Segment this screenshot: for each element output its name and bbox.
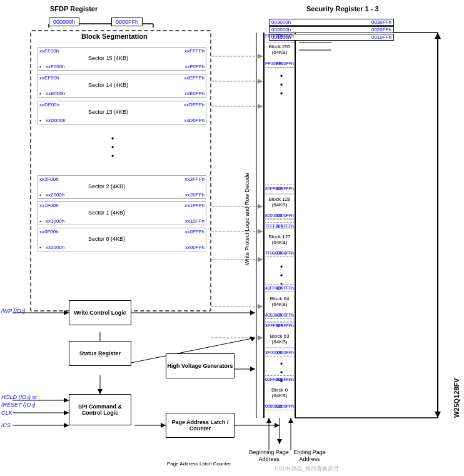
svg-marker-60 [275, 423, 280, 428]
svg-marker-62 [277, 439, 282, 444]
sfdp-title: SFDP Register [50, 5, 98, 13]
sec-addr-0-right: 0030FFh [371, 19, 391, 25]
sec-addr-1-right: 0020FFh [371, 27, 391, 33]
high-voltage-block: High Voltage Generators [166, 353, 235, 378]
mem-block-63: 3FFF00h 3FFFFFh Block 63 (64KB) 3F0000h … [264, 322, 295, 357]
mem-dots-top: ••• [272, 72, 291, 98]
svg-marker-66 [288, 418, 293, 423]
svg-marker-32 [258, 229, 263, 234]
svg-marker-30 [258, 204, 263, 209]
sec-addr-2-right: 0010FFh [371, 34, 391, 40]
svg-marker-26 [258, 79, 263, 84]
svg-marker-24 [258, 54, 263, 59]
svg-marker-52 [161, 423, 166, 428]
svg-marker-9 [435, 412, 441, 418]
mem-block-127: 7FFF00h 7FFFFFh Block 127 (64KB) 7F0000h… [264, 222, 295, 257]
sector-1: xx1F00h xx1FFFh Sector 1 (4KB) • xx1000h… [38, 201, 206, 225]
security-title: Security Register 1 - 3 [306, 5, 379, 13]
page-address-latch-label: Page Address Latch Counter [163, 461, 235, 467]
chip-label: W25Q128FV [453, 33, 460, 418]
block-seg-title: Block Segmentation [81, 33, 148, 40]
sec-addr-0: 003000h 0030FFh [269, 19, 394, 26]
wp-pin-label: /WP (IO₂) [1, 308, 26, 314]
clk-pin-label: CLK [1, 410, 13, 416]
mem-block-255: FFFF00h FFFFFFh Block 255 (64KB) FF0000h… [264, 33, 295, 68]
sector-0: xx0F00h xx0FFFh Sector 0 (4KB) • xx0000h… [38, 228, 206, 251]
svg-marker-54 [250, 367, 255, 372]
sector-15: xxFF00h xxFFFFh Sector 15 (4KB) • xxF000… [38, 47, 206, 71]
hold-pin-label: HOLD (IO₃) or /RESET (IO₃) [1, 394, 51, 408]
ending-page-addr-label: Ending Page Address [285, 449, 335, 463]
write-control-block: Write Control Logic [69, 300, 131, 325]
svg-marker-36 [258, 304, 263, 309]
sector-dots: ••• [97, 134, 128, 161]
watermark: CSDN@战_殇的青春岁月 [275, 465, 339, 473]
sector-13: xxDF00h xxDFFFh Sector 13 (4KB) • xxD000… [38, 101, 206, 124]
svg-marker-64 [266, 418, 271, 423]
block-seg-box [30, 30, 211, 311]
mem-block-0: 00FF00h 00FFFFh Block 0 (64KB) 000000h 0… [264, 375, 295, 410]
svg-marker-8 [435, 33, 441, 39]
status-register-block: Status Register [69, 341, 131, 366]
sec-addr-0-left: 003000h [271, 19, 291, 25]
svg-marker-28 [258, 104, 263, 109]
svg-marker-38 [258, 335, 263, 340]
sfdp-addr-left: 000000h [49, 18, 79, 26]
svg-marker-50 [64, 423, 69, 428]
mem-block-128: 80FF00h 80FFFFh Block 128 (64KB) 800000h… [264, 185, 295, 220]
page-address-block: Page Address Latch / Counter [166, 413, 235, 438]
diagram-container: SFDP Register 000000h 0000FFh Security R… [0, 0, 464, 476]
svg-marker-34 [258, 257, 263, 262]
sfdp-addr-right: 0000FFh [111, 18, 143, 26]
spi-command-block: SPI Command & Control Logic [69, 394, 131, 425]
svg-marker-44 [98, 389, 103, 394]
svg-marker-46 [64, 398, 69, 403]
svg-marker-58 [250, 337, 255, 342]
sector-14: xxEF00h xxEFFFh Sector 14 (4KB) • xxE000… [38, 74, 206, 98]
sector-2: xx2F00h xx2FFFh Sector 2 (4KB) • xx2000h… [38, 175, 206, 199]
write-protect-label: Write Protect Logic and Row Decode [244, 125, 255, 313]
cs-pin-label: /CS [1, 422, 11, 428]
mem-block-64: 40FF00h 40FFFFh Block 64 (64KB) 400000h … [264, 284, 295, 319]
sec-addr-1-left: 002000h [271, 27, 291, 33]
svg-marker-48 [64, 410, 69, 415]
